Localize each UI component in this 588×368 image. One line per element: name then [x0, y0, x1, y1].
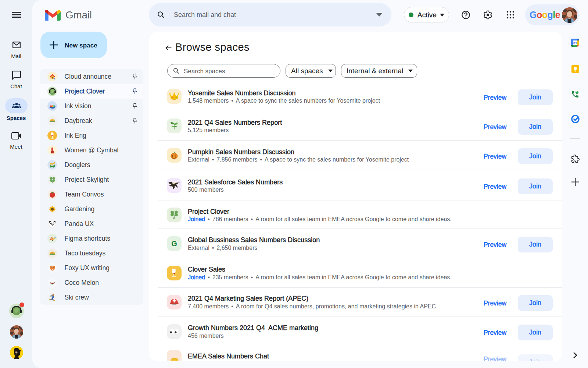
- svg-text:G: G: [171, 240, 177, 248]
